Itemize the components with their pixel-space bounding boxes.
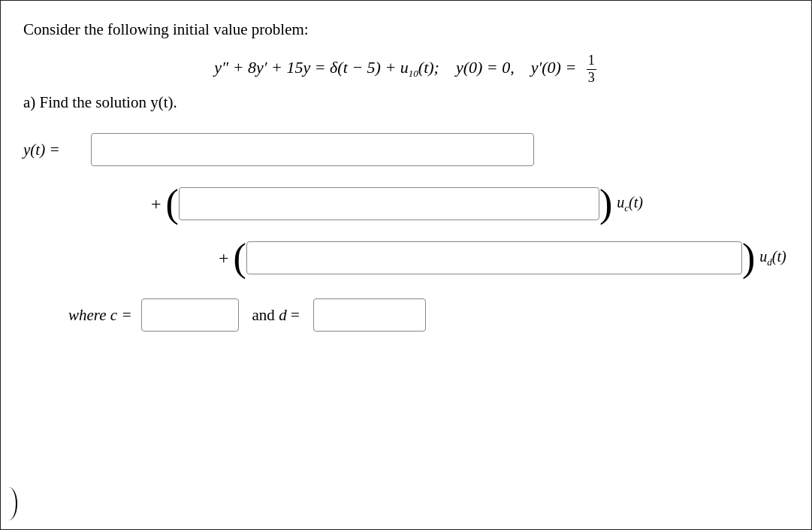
uc-label: uc(t) [617,194,643,214]
equation-line: y″ + 8y′ + 15y = δ(t − 5) + u10(t); y(0)… [23,53,789,86]
fraction-1-3: 1 3 [587,53,596,86]
page-container: Consider the following initial value pro… [0,0,812,530]
bottom-arc-decoration [1,487,17,520]
where-c-label: where c = [68,306,132,325]
problem-statement: Consider the following initial value pro… [23,20,789,39]
d-input[interactable] [313,298,426,332]
yt-row: y(t) = [23,133,789,166]
right-paren-1: ) [599,187,612,220]
fraction-numerator: 1 [587,53,596,70]
left-paren-2: ( [234,241,246,274]
yt-input[interactable] [91,133,534,166]
and-text: and d = [252,306,300,325]
right-paren-2: ) [742,241,755,274]
c-input[interactable] [141,298,239,332]
left-paren-1: ( [166,187,179,220]
plus-sign-2: + [219,248,229,268]
eq-lhs: y″ + 8y′ + 15y = δ(t − 5) + u10(t); y(0)… [214,58,581,80]
plus-sign-1: + [151,194,161,214]
ud-label: ud(t) [759,248,786,268]
part-a-label: a) Find the solution y(t). [23,93,789,112]
third-row: + ( ) ud(t) [219,241,789,274]
fraction-denominator: 3 [587,70,596,86]
answer-section: y(t) = + ( ) uc(t) + ( ) ud(t) where c =… [23,133,789,332]
second-input[interactable] [179,187,599,220]
where-row: where c = and d = [68,298,789,332]
second-row: + ( ) uc(t) [151,187,789,220]
yt-label: y(t) = [23,141,91,159]
third-input[interactable] [246,241,742,274]
